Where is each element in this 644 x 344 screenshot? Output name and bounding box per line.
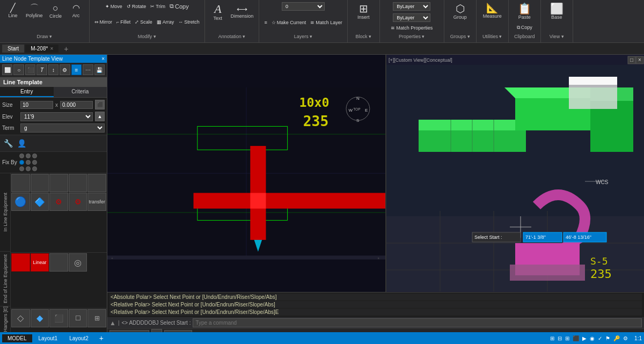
text-button[interactable]: AText — [208, 2, 228, 22]
toolbar-person-icon[interactable]: 🔧 — [2, 137, 14, 149]
view-label[interactable]: View ▾ — [550, 34, 564, 40]
dimension-button[interactable]: ⟷Dimension — [229, 4, 256, 20]
size-icon[interactable]: ⬛ — [95, 100, 105, 109]
panel-icon-dots[interactable]: ⋯ — [83, 64, 93, 75]
doc-tab-m208[interactable]: M-208* × — [25, 45, 58, 53]
equip-cell-0-2[interactable] — [49, 174, 68, 192]
stretch-button[interactable]: ↔Stretch — [177, 19, 201, 25]
dot-4[interactable] — [19, 160, 24, 165]
hang-cell-4[interactable]: ⊞ — [87, 309, 106, 327]
polar-icon[interactable]: ⬛ — [573, 335, 579, 341]
layers-label[interactable]: Layers ▾ — [294, 34, 313, 40]
eol-cell-0[interactable] — [11, 253, 30, 272]
array-button[interactable]: ▦Array — [155, 19, 176, 25]
elev-up-icon[interactable]: ▲ — [95, 112, 105, 121]
transparency-icon[interactable]: ⚑ — [605, 335, 610, 341]
hang-cell-3[interactable]: ☐ — [69, 309, 87, 327]
linetype-select[interactable]: ByLayer — [393, 13, 430, 22]
panel-icon-save[interactable]: 💾 — [94, 64, 105, 75]
panel-icon-arrow[interactable]: ↕ — [48, 64, 58, 75]
insert-button[interactable]: ⊞Insert — [354, 2, 373, 21]
panel-icon-expand[interactable]: ≡ — [71, 64, 82, 75]
equip-cell-0-1[interactable] — [31, 174, 49, 192]
grid-icon[interactable]: ⊞ — [550, 335, 554, 341]
equip-cell-1-4[interactable]: transfer — [87, 193, 106, 211]
hang-cell-2[interactable]: ⬛ — [49, 309, 68, 327]
eol-cell-1[interactable]: Linear — [31, 253, 49, 272]
right-viewport[interactable]: WCS Select Start : 71'-1 3/8" 46'-8 13/1… — [386, 55, 644, 292]
polyline-button[interactable]: ⌒Polyline — [24, 3, 45, 19]
equip-cell-1-1[interactable]: 🔷 — [31, 193, 49, 211]
size-x-input[interactable] — [60, 101, 93, 109]
copy-button[interactable]: ⧉Copy — [168, 2, 191, 10]
move-button[interactable]: ✦Move — [104, 3, 124, 10]
tab-criteria[interactable]: Criteria — [54, 87, 107, 97]
dot-3[interactable] — [32, 153, 37, 158]
arc-button[interactable]: ◠Arc — [67, 3, 86, 19]
toolbar-group-icon[interactable]: 👤 — [16, 137, 27, 149]
copy-clip-button[interactable]: ⧉Copy — [515, 24, 534, 31]
fillet-button[interactable]: ⌐Fillet — [115, 19, 132, 25]
eol-cell-2[interactable] — [49, 253, 68, 272]
hang-cell-1[interactable]: ◆ — [31, 309, 49, 327]
panel-icon-circle[interactable]: ○ — [13, 64, 24, 75]
left-viewport[interactable]: 10x0 235 N S W E TOP + x — [107, 55, 386, 292]
equip-cell-1-3[interactable]: ⚙ — [69, 193, 87, 211]
otrack-icon[interactable]: ◉ — [590, 335, 595, 341]
equip-cell-0-4[interactable] — [87, 174, 106, 192]
color-select[interactable]: ByLayer — [393, 2, 430, 11]
measure-button[interactable]: 📐Measure — [481, 2, 504, 20]
panel-icon-rect[interactable]: ⬜ — [2, 64, 12, 75]
panel-icon-text[interactable]: T — [36, 64, 47, 75]
utilities-label[interactable]: Utilities ▾ — [482, 34, 502, 40]
dot-8[interactable] — [26, 166, 31, 171]
size-input[interactable] — [20, 101, 53, 109]
settings-icon[interactable]: ⚙ — [623, 335, 628, 341]
none-select[interactable]: None — [164, 330, 192, 333]
equip-cell-0-3[interactable] — [69, 174, 87, 192]
doc-tab-start[interactable]: Start — [2, 45, 24, 53]
dot-2[interactable] — [26, 153, 31, 158]
dot-6[interactable] — [32, 160, 37, 165]
dot-7[interactable] — [19, 166, 24, 171]
equip-cell-1-2[interactable]: ⚙ — [49, 193, 68, 211]
dot-9[interactable] — [32, 166, 37, 171]
elev-select[interactable]: 11'9 — [20, 112, 93, 121]
group-button[interactable]: ⬡Group — [450, 2, 470, 21]
layer-select[interactable]: 0 — [282, 2, 325, 11]
equip-cell-1-0[interactable]: 🔵 — [11, 193, 30, 211]
layout1-tab[interactable]: Layout1 — [33, 334, 63, 342]
annotation-label[interactable]: Annotation ▾ — [218, 34, 246, 40]
panel-icon-solid[interactable]: ⬛ — [25, 64, 35, 75]
eol-cell-3[interactable]: ◎ — [69, 253, 87, 272]
paste-button[interactable]: 📋Paste — [515, 2, 534, 21]
osnap-icon[interactable]: ▶ — [582, 335, 587, 341]
command-input-field[interactable] — [193, 318, 642, 327]
clipboard-label[interactable]: Clipboard — [514, 34, 535, 40]
line-button[interactable]: ╱Line — [3, 3, 23, 19]
supply-air-icon[interactable]: 🏷 — [151, 329, 162, 332]
properties-label[interactable]: Properties ▾ — [399, 34, 425, 40]
make-current-button[interactable]: ☆Make Current — [270, 19, 308, 26]
ortho-icon[interactable]: ⊞ — [565, 335, 569, 341]
base-button[interactable]: ⬜Base — [547, 2, 566, 21]
equip-cell-0-0[interactable] — [11, 174, 30, 192]
snap-icon[interactable]: ⊟ — [558, 335, 562, 341]
rotate-button[interactable]: ↺Rotate — [125, 3, 148, 10]
model-tab[interactable]: MODEL — [2, 334, 32, 342]
layout2-tab[interactable]: Layout2 — [64, 334, 94, 342]
dot-5[interactable] — [26, 160, 31, 165]
select-icon[interactable]: 🔑 — [613, 335, 620, 341]
add-tab-button[interactable]: + — [60, 43, 72, 54]
scale-button[interactable]: ⤢Scale — [133, 19, 154, 25]
layer-properties-button[interactable]: ≡ — [262, 19, 268, 26]
zoom-level[interactable]: 1:1 — [631, 335, 642, 341]
hang-cell-0[interactable]: ◇ — [11, 309, 30, 327]
match-props-button[interactable]: ≅Match Properties — [389, 25, 434, 31]
mirror-button[interactable]: ⇔Mirror — [93, 19, 114, 25]
add-layout-button[interactable]: + — [95, 333, 108, 343]
groups-label[interactable]: Groups ▾ — [450, 34, 470, 40]
tab-entry[interactable]: Entry — [0, 87, 54, 97]
block-label[interactable]: Block ▾ — [355, 34, 371, 40]
dot-1[interactable] — [19, 153, 24, 158]
